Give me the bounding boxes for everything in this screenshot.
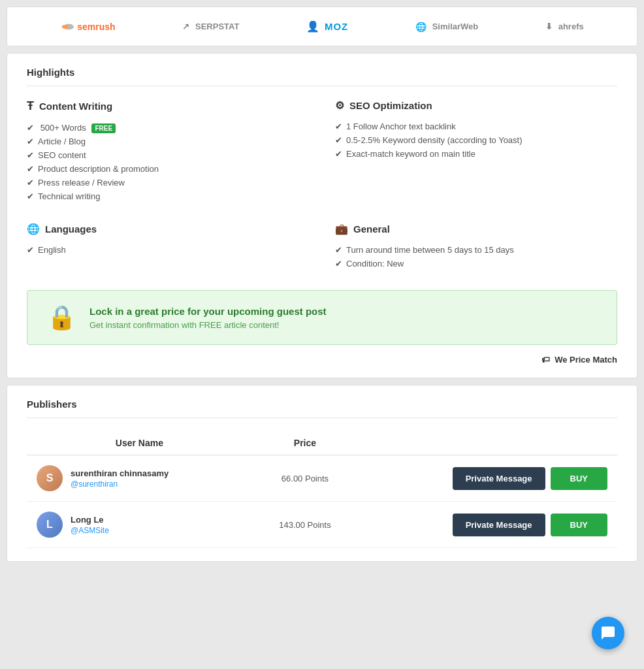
- private-message-button[interactable]: Private Message: [453, 467, 545, 490]
- table-header-row: User Name Price: [27, 431, 617, 455]
- promo-heading: Lock in a great price for your upcoming …: [89, 306, 327, 317]
- avatar: S: [37, 465, 63, 491]
- col-actions: [358, 431, 617, 455]
- table-row: S surenthiran chinnasamy @surenthiran 66…: [27, 455, 617, 502]
- user-handle: @ASMSite: [71, 526, 109, 535]
- content-writing-title: Ŧ Content Writing: [27, 99, 309, 113]
- languages-block: 🌐 Languages English: [27, 223, 309, 270]
- user-info: surenthiran chinnasamy @surenthiran: [71, 468, 169, 489]
- serpstat-logo: ↗ SERPSTAT: [182, 22, 239, 31]
- content-writing-icon: Ŧ: [27, 99, 34, 113]
- list-item: Exact-match keyword on main title: [335, 147, 617, 161]
- btn-group: Private Message BUY: [368, 514, 607, 536]
- buy-button[interactable]: BUY: [551, 467, 607, 490]
- tools-bar: semrush ↗ SERPSTAT 👤 MOZ 🌐 SimilarWeb ⬇ …: [7, 7, 637, 46]
- ahrefs-logo: ⬇ ahrefs: [545, 22, 584, 31]
- highlights-grid: Ŧ Content Writing 500+ Words FREE Articl…: [27, 99, 617, 270]
- publishers-table: User Name Price S surenthiran chinnasamy…: [27, 431, 617, 548]
- highlights-title: Highlights: [27, 67, 617, 86]
- languages-icon: 🌐: [27, 223, 40, 235]
- price-cell: 143.00 Points: [252, 502, 359, 548]
- lock-icon: 🔒: [47, 304, 76, 331]
- list-item: Product description & promotion: [27, 162, 309, 176]
- promo-text: Lock in a great price for your upcoming …: [89, 306, 327, 330]
- general-icon: 💼: [335, 223, 348, 235]
- list-item: Technical writing: [27, 189, 309, 203]
- similarweb-logo: 🌐 SimilarWeb: [415, 22, 479, 32]
- list-item: English: [27, 243, 309, 257]
- list-item: 0.5-2.5% Keyword density (according to Y…: [335, 133, 617, 147]
- publishers-title: Publishers: [27, 399, 617, 418]
- table-row: L Long Le @ASMSite 143.00 Points Private…: [27, 502, 617, 548]
- list-item: Article / Blog: [27, 135, 309, 148]
- user-cell: L Long Le @ASMSite: [27, 502, 252, 548]
- promo-box: 🔒 Lock in a great price for your upcomin…: [27, 290, 617, 345]
- user-info: Long Le @ASMSite: [71, 515, 109, 535]
- avatar: L: [37, 512, 63, 538]
- svg-point-1: [62, 24, 69, 28]
- col-price: Price: [252, 431, 359, 455]
- languages-title: 🌐 Languages: [27, 223, 309, 235]
- list-item: Press release / Review: [27, 176, 309, 189]
- semrush-logo: semrush: [60, 21, 115, 33]
- general-list: Turn around time between 5 days to 15 da…: [335, 243, 617, 270]
- seo-icon: ⚙: [335, 99, 344, 112]
- general-title: 💼 General: [335, 223, 617, 235]
- user-name: Long Le: [71, 515, 109, 525]
- content-writing-list: 500+ Words FREE Article / Blog SEO conte…: [27, 121, 309, 203]
- buy-button[interactable]: BUY: [551, 514, 607, 536]
- action-cell: Private Message BUY: [358, 455, 617, 502]
- free-badge: FREE: [91, 123, 116, 133]
- price-cell: 66.00 Points: [252, 455, 359, 502]
- seo-list: 1 Follow Anchor text backlink 0.5-2.5% K…: [335, 120, 617, 161]
- list-item: 500+ Words FREE: [27, 121, 309, 135]
- seo-optimization-block: ⚙ SEO Optimization 1 Follow Anchor text …: [335, 99, 617, 203]
- list-item: Condition: New: [335, 257, 617, 270]
- seo-optimization-title: ⚙ SEO Optimization: [335, 99, 617, 112]
- user-handle: @surenthiran: [71, 480, 118, 489]
- private-message-button[interactable]: Private Message: [453, 514, 545, 536]
- publishers-section: Publishers User Name Price S surenthi: [7, 385, 637, 562]
- user-name: surenthiran chinnasamy: [71, 468, 169, 478]
- user-cell: S surenthiran chinnasamy @surenthiran: [27, 455, 252, 502]
- moz-logo: 👤 MOZ: [306, 20, 348, 33]
- list-item: 1 Follow Anchor text backlink: [335, 120, 617, 133]
- btn-group: Private Message BUY: [368, 467, 607, 490]
- list-item: SEO content: [27, 148, 309, 162]
- promo-subtext: Get instant confirmation with FREE artic…: [89, 320, 327, 330]
- price-match: We Price Match: [27, 355, 617, 365]
- languages-list: English: [27, 243, 309, 257]
- col-username: User Name: [27, 431, 252, 455]
- action-cell: Private Message BUY: [358, 502, 617, 548]
- content-writing-block: Ŧ Content Writing 500+ Words FREE Articl…: [27, 99, 309, 203]
- general-block: 💼 General Turn around time between 5 day…: [335, 223, 617, 270]
- highlights-section: Highlights Ŧ Content Writing 500+ Words …: [7, 53, 637, 378]
- list-item: Turn around time between 5 days to 15 da…: [335, 243, 617, 257]
